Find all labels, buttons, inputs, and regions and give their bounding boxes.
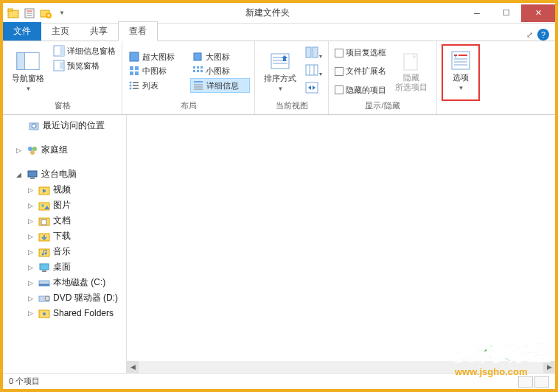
chevron-down-icon: ▼: [458, 85, 464, 91]
ribbon-group-current-view: 排序方式 ▼ ▾ ▾ 当前视图: [255, 41, 329, 114]
tree-item-this-pc[interactable]: ◢ 这台电脑: [3, 167, 126, 182]
hide-selected-button[interactable]: 隐藏 所选项目: [391, 44, 432, 99]
ribbon: 导航窗格 ▼ 详细信息窗格 预览窗格 窗格 超大图标: [3, 41, 555, 115]
tab-home[interactable]: 主页: [41, 22, 80, 41]
scroll-left-icon[interactable]: ◀: [127, 361, 139, 373]
tree-item-music[interactable]: ▷ 音乐: [3, 244, 126, 259]
layout-medium[interactable]: 中图标: [127, 64, 186, 77]
properties-icon[interactable]: [22, 6, 37, 21]
options-highlight: 选项 ▼: [442, 44, 480, 101]
qat-dropdown[interactable]: ▼: [55, 6, 69, 21]
svg-point-32: [130, 88, 132, 90]
ribbon-group-layout: 超大图标 大图标 中图标 小图标 列表: [122, 41, 255, 114]
details-pane-button[interactable]: 详细信息窗格: [52, 44, 117, 57]
tree-item-pictures[interactable]: ▷ 图片: [3, 197, 126, 213]
layout-extra-large[interactable]: 超大图标: [127, 50, 186, 63]
layout-list[interactable]: 列表: [127, 78, 186, 93]
preview-pane-button[interactable]: 预览窗格: [52, 59, 117, 72]
navigation-pane-button[interactable]: 导航窗格 ▼: [7, 44, 49, 99]
layout-small[interactable]: 小图标: [190, 64, 251, 77]
item-checkboxes-toggle[interactable]: 项目复选框: [333, 46, 388, 59]
tree-item-documents[interactable]: ▷ 文档: [3, 213, 126, 228]
tab-file[interactable]: 文件: [3, 22, 41, 41]
options-button[interactable]: 选项 ▼: [444, 47, 477, 94]
group-by-icon[interactable]: ▾: [305, 46, 322, 61]
folder-icon[interactable]: [6, 6, 21, 21]
nav-pane-label: 导航窗格: [12, 73, 44, 84]
window-controls: ─ ☐ ✕: [462, 4, 555, 22]
tree-item-desktop[interactable]: ▷ 桌面: [3, 259, 126, 275]
tree-item-downloads[interactable]: ▷ 下载: [3, 228, 126, 244]
tab-share[interactable]: 共享: [80, 22, 118, 41]
tree-item-recent[interactable]: 最近访问的位置: [3, 118, 126, 133]
tree-item-shared-folders[interactable]: ▷ Shared Folders: [3, 306, 126, 321]
svg-point-73: [43, 312, 46, 315]
horizontal-scrollbar[interactable]: ◀ ▶: [127, 361, 555, 373]
svg-rect-67: [42, 270, 46, 272]
file-extensions-toggle[interactable]: 文件扩展名: [333, 65, 388, 77]
item-count: 0 个项目: [9, 376, 40, 387]
chevron-down-icon: ▼: [26, 85, 32, 92]
svg-point-30: [130, 85, 132, 87]
svg-rect-43: [313, 47, 318, 57]
svg-rect-61: [41, 220, 46, 225]
svg-rect-31: [133, 85, 139, 86]
add-columns-icon[interactable]: ▾: [305, 64, 322, 79]
new-folder-icon[interactable]: [38, 6, 53, 21]
layout-details[interactable]: 详细信息: [190, 78, 251, 93]
svg-point-59: [41, 204, 44, 207]
svg-rect-29: [133, 82, 139, 83]
svg-rect-69: [39, 284, 49, 286]
thumbnails-view-icon[interactable]: [534, 376, 549, 388]
close-button[interactable]: ✕: [521, 4, 555, 22]
scroll-right-icon[interactable]: ▶: [543, 361, 555, 373]
svg-rect-38: [271, 54, 289, 69]
svg-point-71: [45, 296, 49, 301]
content-pane[interactable]: ◀ ▶: [127, 115, 555, 373]
quick-access-toolbar: ▼: [3, 6, 72, 21]
layout-large[interactable]: 大图标: [190, 50, 251, 63]
help-icon[interactable]: ?: [537, 29, 549, 41]
details-view-icon[interactable]: [518, 376, 533, 388]
navigation-tree[interactable]: 最近访问的位置 ▷ 家庭组 ◢ 这台电脑 ▷ 视频 ▷ 图片 ▷ 文档: [3, 115, 127, 373]
ribbon-group-options: 选项 ▼: [437, 41, 484, 114]
svg-rect-13: [60, 46, 64, 56]
svg-point-52: [28, 147, 32, 151]
svg-rect-44: [306, 65, 318, 75]
sort-by-button[interactable]: 排序方式 ▼: [259, 44, 301, 99]
svg-point-51: [32, 124, 36, 128]
tree-item-homegroup[interactable]: ▷ 家庭组: [3, 142, 126, 158]
tree-item-videos[interactable]: ▷ 视频: [3, 182, 126, 197]
svg-rect-11: [17, 52, 25, 69]
svg-rect-24: [200, 66, 203, 69]
svg-rect-15: [60, 62, 63, 69]
ribbon-tabs: 文件 主页 共享 查看 ⤢ ?: [3, 24, 555, 41]
expand-icon[interactable]: ▷: [16, 147, 24, 154]
svg-rect-20: [130, 71, 133, 75]
svg-rect-66: [40, 264, 49, 270]
svg-point-28: [130, 82, 132, 84]
svg-point-53: [32, 147, 37, 151]
svg-rect-17: [194, 53, 201, 60]
svg-point-65: [45, 252, 47, 254]
svg-rect-33: [133, 88, 139, 89]
ribbon-group-show-hide: 项目复选框 文件扩展名 隐藏的项目 隐藏 所选项目 显示/隐藏: [329, 41, 437, 114]
maximize-button[interactable]: ☐: [492, 4, 521, 22]
collapse-icon[interactable]: ◢: [16, 171, 24, 178]
svg-rect-55: [28, 171, 37, 177]
svg-rect-21: [135, 71, 139, 75]
svg-rect-1: [8, 9, 13, 11]
tree-item-local-disk[interactable]: ▷ 本地磁盘 (C:): [3, 275, 126, 290]
tree-item-dvd[interactable]: ▷ DVD 驱动器 (D:): [3, 290, 126, 306]
window-title: 新建文件夹: [72, 7, 462, 19]
size-columns-icon[interactable]: [305, 82, 322, 97]
svg-rect-25: [193, 70, 195, 72]
hidden-items-toggle[interactable]: 隐藏的项目: [333, 84, 388, 97]
svg-rect-56: [30, 178, 35, 179]
minimize-ribbon-icon[interactable]: ⤢: [526, 30, 533, 40]
ribbon-group-panes: 导航窗格 ▼ 详细信息窗格 预览窗格 窗格: [3, 41, 122, 114]
layout-group-label: 布局: [127, 99, 250, 113]
tab-view[interactable]: 查看: [118, 21, 158, 41]
current-view-group-label: 当前视图: [259, 99, 324, 113]
minimize-button[interactable]: ─: [462, 4, 492, 22]
